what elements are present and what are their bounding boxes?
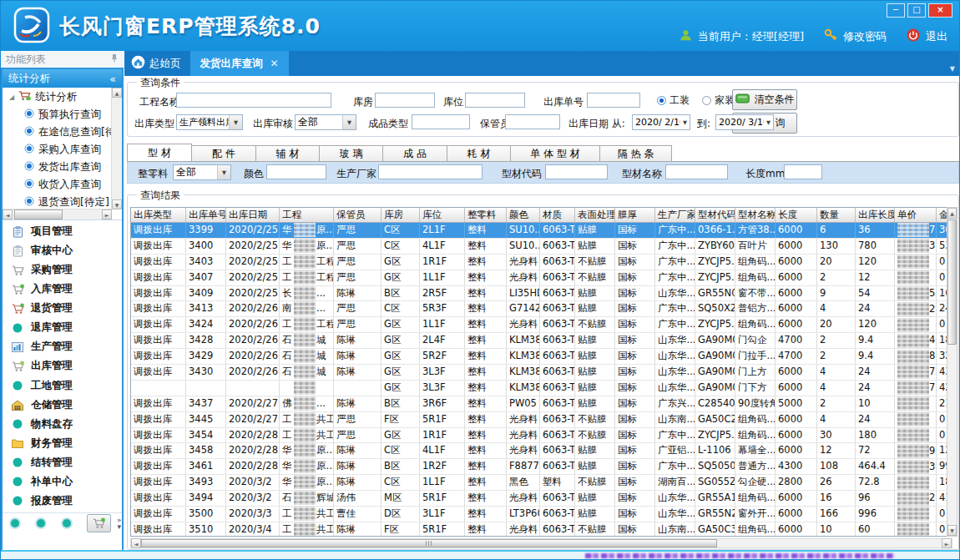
clear-button[interactable]: 清空条件 xyxy=(732,89,797,110)
column-header[interactable]: 工程 xyxy=(280,208,334,222)
table-row[interactable]: 调拨出库34032020/2/25工工程严思G区1R1F整料光身料6063-T5… xyxy=(131,255,952,270)
table-row[interactable]: G区3L3F整料KLM38176063-T5贴膜国标山东华...GA90M09.… xyxy=(131,381,952,396)
sidebar-item[interactable]: 报废管理 xyxy=(3,494,122,508)
table-row[interactable]: 调拨出库35102020/3/4工共工程陈琳F区5R1F整料光身料6063-T5… xyxy=(131,522,952,537)
sidebar-item[interactable]: 出库管理 xyxy=(3,359,122,373)
material-tab[interactable]: 玻 璃 xyxy=(319,145,383,161)
scroll-up-icon[interactable]: ▲ xyxy=(947,208,957,219)
table-horizontal-scrollbar[interactable]: ◄ ► xyxy=(130,538,952,548)
column-header[interactable]: 长度 xyxy=(776,208,817,222)
sidebar-item[interactable]: 补单中心 xyxy=(3,475,122,489)
table-row[interactable]: 调拨出库34072020/2/25工工程严思G区1L1F整料光身料6063-T5… xyxy=(131,270,952,286)
table-row[interactable]: 调拨出库34542020/2/28工共工程严思G区1R1F整料光身料6063-T… xyxy=(131,428,952,444)
project-name-input[interactable] xyxy=(176,93,331,108)
material-tab[interactable]: 成 品 xyxy=(382,145,447,161)
sidebar-item[interactable]: 审核中心 xyxy=(3,244,122,258)
table-vertical-scrollbar[interactable]: ▲ ▼ xyxy=(947,207,957,537)
material-tab[interactable]: 辅 材 xyxy=(255,145,320,161)
column-header[interactable]: 材质 xyxy=(540,208,575,222)
manufacturer-input[interactable] xyxy=(378,164,483,179)
table-row[interactable]: 调拨出库34282020/2/26石城陈琳G区2L4F整料KLM38176063… xyxy=(131,333,952,349)
scrollbar-thumb[interactable] xyxy=(14,209,63,219)
material-tab[interactable]: 单 体 型 材 xyxy=(510,145,600,161)
table-row[interactable]: 调拨出库34932020/3/2华原...陈琳C区1L1F整料黑色塑料不贴膜国标… xyxy=(131,475,952,491)
column-header[interactable]: 颜色 xyxy=(507,208,540,222)
sidebar-item[interactable]: 项目管理 xyxy=(3,225,122,239)
table-row[interactable]: 调拨出库34002020/2/25华原..严思C区4L1F整料SU10...60… xyxy=(131,239,952,255)
table-row[interactable]: 调拨出库34092020/2/25长...陈琳B区2R5F整料LI35HD606… xyxy=(131,286,952,302)
tree-item[interactable]: 发货出库查询 xyxy=(3,159,122,176)
tab-home[interactable]: 起始页 xyxy=(124,51,190,76)
tree-item[interactable]: 收货入库查询 xyxy=(3,176,122,194)
sidebar-item[interactable]: 工地管理 xyxy=(3,379,122,393)
quick-dot-icon[interactable] xyxy=(9,517,21,529)
color-input[interactable] xyxy=(266,164,326,179)
scrollbar-thumb[interactable] xyxy=(947,219,957,345)
table-row[interactable]: 调拨出库34302020/2/26石城陈琳G区3L3F整料KLM38176063… xyxy=(131,365,952,381)
more-chevron[interactable]: »▾ xyxy=(117,517,122,530)
column-header[interactable]: 生产厂家 xyxy=(655,208,695,222)
tree-horizontal-scrollbar[interactable]: ◄ ► xyxy=(3,209,112,219)
change-password-link[interactable]: 修改密码 xyxy=(843,29,887,44)
collapse-icon[interactable]: « xyxy=(109,73,116,85)
profile-code-input[interactable] xyxy=(545,164,608,179)
tree-vertical-scrollbar[interactable]: ▲ ▼ xyxy=(111,88,122,209)
column-header[interactable]: 型材代码 xyxy=(695,208,735,222)
column-header[interactable]: 出库单号 xyxy=(186,208,226,222)
material-tab[interactable]: 型 材 xyxy=(127,144,192,161)
table-row[interactable]: 调拨出库33992020/2/25华原..严思C区2L1F整料SU10...60… xyxy=(131,223,952,239)
column-header[interactable]: 表面处理 xyxy=(575,208,615,222)
tree-item[interactable]: 采购入库查询 xyxy=(3,141,122,159)
warehouse-input[interactable] xyxy=(375,93,435,108)
order-no-input[interactable] xyxy=(587,93,640,108)
out-type-select[interactable]: 生产领料出库▼ xyxy=(176,114,243,130)
material-tab[interactable]: 配 件 xyxy=(191,145,256,161)
sidebar-item[interactable]: 仓储管理 xyxy=(3,398,122,412)
scroll-right-icon[interactable]: ► xyxy=(942,538,952,548)
column-header[interactable]: 库房 xyxy=(381,208,420,222)
location-input[interactable] xyxy=(465,93,525,108)
date-to-select[interactable]: 2020/ 3/16▼ xyxy=(715,114,774,130)
sidebar-item[interactable]: 退货管理 xyxy=(3,301,122,315)
quick-dot-icon[interactable] xyxy=(35,517,47,529)
sidebar-item[interactable]: 退库管理 xyxy=(3,320,122,335)
material-tab[interactable]: 耗 材 xyxy=(447,145,511,161)
maximize-button[interactable]: □ xyxy=(907,3,926,18)
sidebar-item[interactable]: 物料盘存 xyxy=(3,417,122,431)
tab-overflow-icon[interactable]: ▼ xyxy=(950,65,955,73)
table-row[interactable]: 调拨出库34132020/2/26南...严思C区5R3F整料G71422606… xyxy=(131,301,952,317)
tree-item[interactable]: 预算执行查询 xyxy=(3,106,122,124)
sidebar-item[interactable]: 入库管理 xyxy=(3,282,122,296)
tab-close-icon[interactable]: ✕ xyxy=(270,58,279,69)
column-header[interactable]: 出库日期 xyxy=(226,208,280,222)
tree-item[interactable]: 在途信息查询[待 xyxy=(3,124,122,141)
column-header[interactable]: 保管员 xyxy=(334,208,381,222)
whole-piece-select[interactable]: 全部▼ xyxy=(173,164,231,180)
tree-expand-icon[interactable]: ◢ xyxy=(9,93,14,101)
table-row[interactable]: 调拨出库34372020/2/27佛...陈琳B区3R6F整料PW056063-… xyxy=(131,396,952,412)
column-header[interactable]: 数量 xyxy=(817,208,856,222)
column-header[interactable]: 出库长度 xyxy=(856,208,895,222)
table-row[interactable]: 调拨出库34942020/3/2石辉城汤伟M区5R1F整料光身料6063-T5贴… xyxy=(131,491,952,507)
profile-name-input[interactable] xyxy=(665,164,728,179)
scroll-left-icon[interactable]: ◄ xyxy=(131,538,141,548)
scroll-up-icon[interactable]: ▲ xyxy=(112,88,122,98)
column-header[interactable]: 型材名称 xyxy=(735,208,776,222)
radio-homewear[interactable]: 家装 xyxy=(702,93,735,108)
keeper-input[interactable] xyxy=(505,114,560,129)
material-tab[interactable]: 隔 热 条 xyxy=(599,145,672,161)
sidebar-item[interactable]: 生产管理 xyxy=(3,340,122,354)
table-row[interactable]: 调拨出库34612020/2/28华原...陈琳B区1R2F整料F8877FT6… xyxy=(131,459,952,475)
column-header[interactable]: 膜厚 xyxy=(615,208,655,222)
scroll-left-icon[interactable]: ◄ xyxy=(3,209,13,219)
pin-icon[interactable] xyxy=(110,53,119,65)
tree-root-node[interactable]: ◢ 统计分析 xyxy=(3,88,122,106)
column-header[interactable]: 整零料 xyxy=(465,208,507,222)
audit-select[interactable]: 全部▼ xyxy=(295,114,356,130)
table-row[interactable]: 调拨出库34292020/2/26石城陈琳G区5R2F整料KLM38176063… xyxy=(131,349,952,365)
quick-dot-icon[interactable] xyxy=(61,517,73,529)
stats-section-header[interactable]: 统计分析 « xyxy=(3,69,122,88)
sidebar-item[interactable]: 结转管理 xyxy=(3,456,122,470)
radio-workwear[interactable]: 工装 xyxy=(657,93,690,108)
quick-cart-button[interactable] xyxy=(87,514,111,532)
